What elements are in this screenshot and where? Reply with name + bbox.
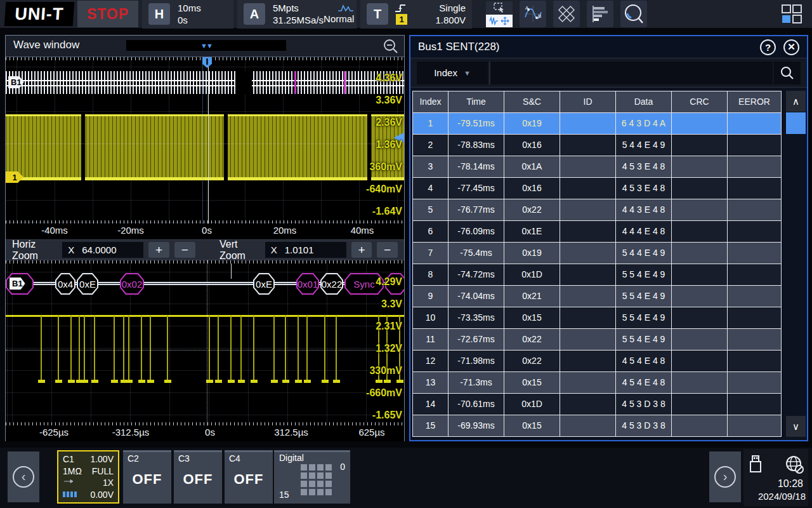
digital-channels-card[interactable]: Digital 0 15 bbox=[274, 450, 350, 504]
cell-index: 8 bbox=[413, 264, 449, 286]
table-row[interactable]: 11 -72.67ms 0x22 5 5 4 E 4 9 bbox=[413, 329, 782, 351]
volt-label: -640mV bbox=[366, 178, 402, 200]
cell-crc bbox=[672, 199, 728, 221]
selection-zoom-button[interactable] bbox=[486, 1, 513, 14]
table-row[interactable]: 4 -77.45ms 0x16 4 5 3 E 4 8 bbox=[413, 178, 782, 199]
volt-label: -1.64V bbox=[366, 200, 402, 222]
time-label: -312.5µs bbox=[112, 427, 150, 438]
cell-error bbox=[728, 415, 782, 437]
channel-bar-right-button[interactable]: › bbox=[709, 451, 741, 502]
cell-crc bbox=[672, 329, 728, 351]
math-ab-button[interactable]: AB bbox=[520, 1, 546, 27]
main-waveform-view[interactable]: B1 1 4.36V3.36V2.36V1.36V360mV-640mV-1.6… bbox=[6, 57, 404, 224]
vert-zoom-value[interactable]: X 1.0101 bbox=[265, 242, 346, 258]
decode-table: IndexTimeS&CIDDataCRCEEROR 1 -79.51ms 0x… bbox=[412, 91, 806, 437]
cell-error bbox=[728, 199, 782, 221]
cell-id bbox=[560, 113, 616, 135]
close-button[interactable]: ✕ bbox=[783, 39, 799, 55]
cell-sc: 0x21 bbox=[504, 286, 560, 307]
waveform-pan-button[interactable] bbox=[486, 15, 513, 27]
volt-label: 3.36V bbox=[366, 89, 402, 111]
cell-sc: 0x1E bbox=[504, 221, 560, 243]
zoom-waveform-view[interactable]: 0x4 0xE 0x02 0xE bbox=[6, 260, 404, 425]
cell-index: 7 bbox=[413, 243, 449, 264]
cell-index: 3 bbox=[413, 156, 449, 178]
c1-zoom-high-level bbox=[6, 315, 404, 317]
cell-time: -69.93ms bbox=[449, 415, 504, 437]
trigger-source-badge: 1 bbox=[396, 14, 407, 25]
table-row[interactable]: 12 -71.98ms 0x22 4 5 4 E 4 8 bbox=[413, 351, 782, 372]
histogram-button[interactable] bbox=[587, 1, 613, 27]
table-row[interactable]: 7 -75.4ms 0x19 5 4 4 E 4 9 bbox=[413, 243, 782, 264]
channel3-card[interactable]: C3 OFF bbox=[174, 450, 222, 504]
vert-zoom-decrease-button[interactable]: − bbox=[377, 242, 398, 258]
cell-crc bbox=[672, 135, 728, 156]
table-row[interactable]: 2 -78.83ms 0x16 5 4 4 E 4 9 bbox=[413, 135, 782, 156]
search-magnifier-icon bbox=[623, 3, 645, 25]
table-row[interactable]: 1 -79.51ms 0x19 6 4 3 D 4 A bbox=[413, 113, 782, 135]
run-stop-button[interactable]: STOP bbox=[77, 1, 138, 27]
vert-zoom-increase-button[interactable]: + bbox=[351, 242, 372, 258]
horizontal-position-indicator[interactable]: ▼▼ bbox=[126, 40, 286, 51]
waveform-pan-icon bbox=[489, 17, 509, 25]
channel-bar-left-button[interactable]: ‹ bbox=[8, 451, 39, 502]
bus-decode-panel: Bus1 SENT(228) ? ✕ Index ▼ IndexTimeS&CI… bbox=[409, 35, 808, 441]
horiz-zoom-value[interactable]: X 64.0000 bbox=[62, 242, 143, 258]
cell-id bbox=[560, 351, 616, 372]
column-header: S&C bbox=[504, 91, 560, 113]
decode-search-bar: Index ▼ bbox=[410, 58, 807, 88]
scrollbar-track[interactable] bbox=[786, 134, 806, 416]
horizontal-settings[interactable]: H 10ms 0s bbox=[142, 0, 233, 29]
table-row[interactable]: 9 -74.04ms 0x21 5 5 4 E 4 9 bbox=[413, 286, 782, 307]
search-filter-value: Index bbox=[434, 67, 457, 78]
cell-crc bbox=[672, 307, 728, 329]
layout-grid-button[interactable] bbox=[778, 1, 806, 27]
table-row[interactable]: 6 -76.09ms 0x1E 4 4 4 E 4 8 bbox=[413, 221, 782, 243]
cell-index: 4 bbox=[413, 178, 449, 199]
cell-index: 2 bbox=[413, 135, 449, 156]
search-input[interactable] bbox=[489, 62, 773, 84]
table-row[interactable]: 8 -74.72ms 0x1D 5 5 4 E 4 9 bbox=[413, 264, 782, 286]
column-header: CRC bbox=[672, 91, 728, 113]
table-row[interactable]: 10 -73.35ms 0x15 5 5 4 E 4 9 bbox=[413, 307, 782, 329]
cell-crc bbox=[672, 113, 728, 135]
acquire-mode: Normal bbox=[324, 13, 354, 25]
search-filter-dropdown[interactable]: Index ▼ bbox=[417, 62, 488, 84]
trigger-sweep-mode: Single bbox=[439, 2, 466, 14]
search-button[interactable] bbox=[774, 62, 801, 84]
measure-rulers-button[interactable] bbox=[553, 1, 580, 27]
scroll-down-button[interactable]: ∨ bbox=[786, 416, 806, 437]
cell-index: 10 bbox=[413, 307, 449, 329]
table-scrollbar: ∧ ∨ bbox=[786, 91, 806, 437]
scrollbar-thumb[interactable] bbox=[786, 112, 806, 134]
help-button[interactable]: ? bbox=[760, 39, 776, 55]
table-row[interactable]: 14 -70.61ms 0x1D 4 5 3 D 3 8 bbox=[413, 394, 782, 415]
table-row[interactable]: 13 -71.3ms 0x15 4 5 4 E 4 8 bbox=[413, 372, 782, 394]
cell-time: -71.3ms bbox=[449, 372, 504, 394]
channel1-card[interactable]: C1 1.00V 1MΩ FULL 1X 0.00V bbox=[57, 450, 119, 504]
horiz-zoom-increase-button[interactable]: + bbox=[148, 242, 169, 258]
cell-time: -72.67ms bbox=[449, 329, 504, 351]
digital-low-index: 15 bbox=[279, 490, 289, 500]
table-row[interactable]: 15 -69.93ms 0x15 4 5 3 D 3 8 bbox=[413, 415, 782, 437]
horiz-zoom-decrease-button[interactable]: − bbox=[174, 242, 195, 258]
time-label: 20ms bbox=[273, 225, 297, 236]
table-row[interactable]: 5 -76.77ms 0x22 4 4 3 E 4 8 bbox=[413, 199, 782, 221]
table-row[interactable]: 3 -78.14ms 0x1A 4 5 3 E 4 8 bbox=[413, 156, 782, 178]
zoom-out-button[interactable] bbox=[383, 38, 399, 55]
channel2-card[interactable]: C2 OFF bbox=[123, 450, 171, 504]
cell-data: 4 4 3 E 4 8 bbox=[616, 199, 672, 221]
system-status-panel[interactable]: 10:28 2024/09/18 bbox=[743, 449, 808, 506]
trigger-position-marker[interactable] bbox=[202, 57, 212, 68]
main-time-axis: -40ms-20ms0s20ms40ms bbox=[6, 224, 404, 239]
search-icon bbox=[780, 65, 795, 81]
channel4-card[interactable]: C4 OFF bbox=[225, 450, 273, 504]
cell-id bbox=[560, 394, 616, 415]
acquire-settings[interactable]: A 5Mpts 31.25MSa/s Normal bbox=[237, 0, 357, 29]
search-events-button[interactable] bbox=[620, 1, 647, 27]
scroll-up-button[interactable]: ∧ bbox=[786, 91, 806, 112]
cell-index: 12 bbox=[413, 351, 449, 372]
chevron-left-icon: ‹ bbox=[22, 469, 26, 484]
trigger-settings[interactable]: T 1 Single 1.800V bbox=[360, 0, 472, 29]
cell-sc: 0x19 bbox=[504, 113, 560, 135]
